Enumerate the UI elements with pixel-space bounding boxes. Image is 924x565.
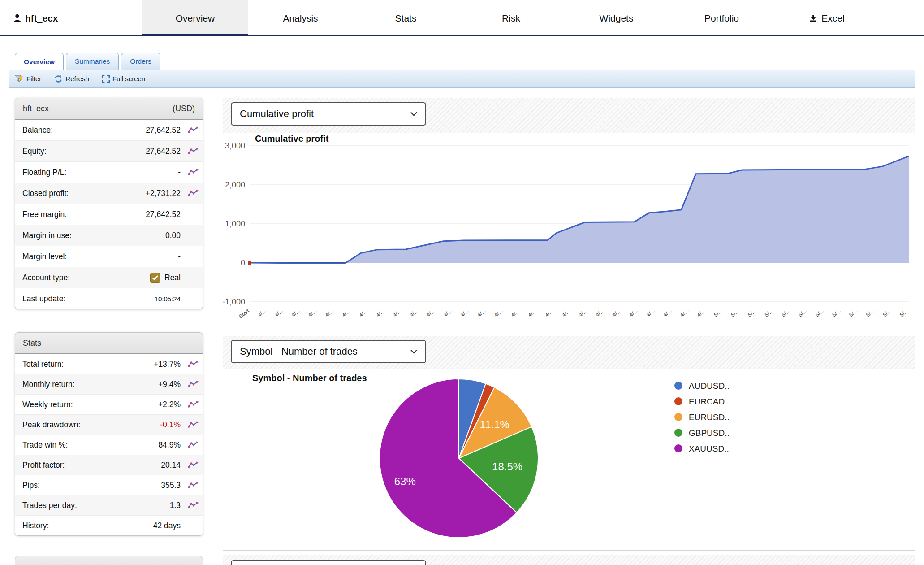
sparkline-chart-icon[interactable]: [188, 127, 199, 134]
svg-text:5/...: 5/...: [814, 308, 825, 318]
sparkline-chart-icon[interactable]: [188, 502, 199, 509]
account-panel-header: hft_ecx (USD): [15, 98, 203, 120]
svg-text:4/...: 4/...: [273, 308, 284, 318]
refresh-button[interactable]: Refresh: [54, 75, 89, 83]
nav-tab-risk[interactable]: Risk: [458, 0, 564, 36]
legend-label: EURCAD..: [689, 397, 730, 406]
legend-dot: [674, 413, 682, 421]
svg-text:5/...: 5/...: [764, 308, 774, 318]
svg-text:4/...: 4/...: [696, 308, 707, 318]
svg-text:4/...: 4/...: [628, 308, 639, 318]
subtab-overview[interactable]: Overview: [15, 53, 64, 70]
subtab-summaries[interactable]: Summaries: [66, 53, 119, 70]
row-label: Equity:: [22, 147, 47, 156]
sub-tabs: Overview Summaries Orders: [15, 53, 160, 70]
account-user: hft_ecx: [13, 0, 58, 36]
chevron-down-icon: [410, 112, 417, 116]
row-label: Trades per day:: [22, 501, 77, 510]
svg-text:-1,000: -1,000: [223, 297, 245, 306]
fullscreen-icon: [102, 75, 110, 83]
svg-text:4/...: 4/...: [578, 308, 588, 318]
row-label: Free margin:: [22, 210, 67, 219]
filter-button[interactable]: Filter: [15, 75, 41, 83]
next-panel-header-partial: [15, 556, 203, 565]
excel-label: Excel: [821, 13, 844, 24]
sparkline-chart-icon[interactable]: [188, 148, 199, 155]
fx-dashboard: hft_ecx Overview Analysis Stats Risk Wid…: [0, 0, 924, 565]
sparkline-chart-icon[interactable]: [188, 361, 199, 368]
row-label: Monthly return:: [22, 380, 75, 389]
real-account-checkbox[interactable]: [150, 273, 160, 283]
sparkline-chart-icon[interactable]: [188, 422, 199, 428]
subtab-orders[interactable]: Orders: [121, 53, 160, 70]
row-value: 42 days: [153, 521, 181, 530]
legend-dot: [674, 444, 682, 452]
sparkline-chart-icon[interactable]: [188, 482, 199, 489]
svg-text:4/...: 4/...: [324, 308, 335, 318]
table-row: Trade win %:84.9%: [15, 435, 203, 455]
legend-label: AUDUSD..: [689, 381, 730, 391]
row-value: 27,642.52: [146, 126, 181, 135]
svg-text:18.5%: 18.5%: [492, 461, 522, 473]
nav-tab-overview[interactable]: Overview: [142, 0, 248, 36]
table-row: Margin level:-: [15, 246, 203, 267]
svg-text:4/...: 4/...: [561, 308, 571, 318]
row-value: 1.3: [170, 501, 181, 510]
user-icon: [13, 14, 21, 22]
filter-icon: [15, 75, 24, 83]
next-chart-select-partial[interactable]: [231, 560, 426, 565]
table-row: Equity:27,642.52: [15, 141, 203, 162]
download-icon: [809, 14, 817, 22]
row-label: Account type:: [22, 273, 70, 282]
cumulative-profit-select[interactable]: Cumulative profit: [231, 102, 426, 126]
sparkline-chart-icon[interactable]: [188, 169, 199, 176]
row-label: Total return:: [22, 360, 64, 369]
nav-tab-excel[interactable]: Excel: [774, 0, 880, 36]
row-label: Trade win %:: [22, 440, 68, 450]
table-row: Account type:Real: [15, 267, 203, 288]
svg-text:4/...: 4/...: [645, 308, 656, 318]
svg-text:4/...: 4/...: [493, 308, 504, 318]
stats-panel-header: Stats: [15, 333, 203, 354]
table-row: Margin in use:0.00: [15, 225, 203, 246]
svg-text:4/...: 4/...: [459, 308, 470, 318]
fullscreen-button[interactable]: Full screen: [102, 75, 145, 83]
nav-tab-analysis[interactable]: Analysis: [248, 0, 353, 36]
sparkline-chart-icon[interactable]: [188, 462, 199, 469]
sparkline-chart-icon[interactable]: [188, 401, 199, 408]
sparkline-chart-icon[interactable]: [188, 381, 199, 388]
row-label: Profit factor:: [22, 461, 65, 470]
top-nav: hft_ecx Overview Analysis Stats Risk Wid…: [0, 0, 924, 36]
row-value: 27,642.52: [146, 210, 181, 219]
nav-tabs: Overview Analysis Stats Risk Widgets Por…: [142, 0, 880, 36]
svg-text:4/...: 4/...: [527, 308, 538, 318]
nav-tab-portfolio[interactable]: Portfolio: [669, 0, 774, 36]
row-value: 10:05:24: [155, 295, 181, 303]
symbol-trades-select-value: Symbol - Number of trades: [240, 346, 358, 357]
stats-panel-title: Stats: [23, 339, 41, 348]
svg-text:4/...: 4/...: [392, 308, 402, 318]
row-value: -: [178, 252, 181, 261]
nav-tab-widgets[interactable]: Widgets: [564, 0, 669, 36]
row-value: +2.2%: [158, 400, 181, 409]
row-value: 20.14: [161, 461, 181, 470]
account-type-value: Real: [164, 273, 181, 282]
sparkline-chart-icon[interactable]: [188, 442, 199, 448]
table-row: Free margin:27,642.52: [15, 204, 203, 225]
table-row: History:42 days: [15, 516, 203, 535]
row-value: 84.9%: [158, 440, 181, 450]
svg-text:3,000: 3,000: [225, 141, 245, 150]
account-rows: Balance:27,642.52Equity:27,642.52Floatin…: [15, 120, 203, 309]
nav-tab-stats[interactable]: Stats: [353, 0, 458, 36]
refresh-icon: [54, 75, 63, 83]
row-label: Closed profit:: [22, 189, 69, 198]
sparkline-chart-icon[interactable]: [188, 190, 199, 197]
symbol-trades-select[interactable]: Symbol - Number of trades: [231, 340, 426, 363]
row-label: Peak drawdown:: [22, 420, 80, 430]
svg-text:5/...: 5/...: [898, 308, 909, 318]
table-row: Monthly return:+9.4%: [15, 374, 203, 395]
row-label: Margin level:: [22, 252, 67, 261]
table-row: Peak drawdown:-0.1%: [15, 415, 203, 435]
svg-text:4/...: 4/...: [341, 308, 352, 318]
svg-text:4/...: 4/...: [358, 308, 368, 318]
